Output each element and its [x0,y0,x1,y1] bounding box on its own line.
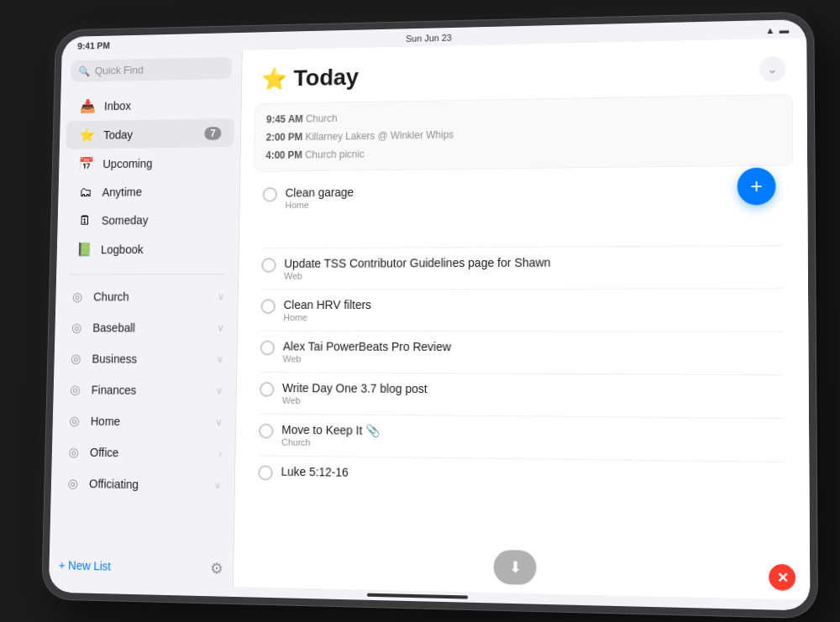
new-list-button[interactable]: + New List [59,558,112,572]
search-bar[interactable]: 🔍 Quick Find [71,56,232,81]
task-title: Alex Tai PowerBeats Pro Review [283,339,784,354]
table-row[interactable]: Move to Keep It 📎 Church [249,416,795,460]
table-row[interactable]: Alex Tai PowerBeats Pro Review Web [250,332,795,373]
dismiss-button[interactable]: ✕ [769,563,795,590]
sidebar-item-label: Upcoming [102,155,221,170]
event-time: 4:00 PM [265,149,302,160]
table-row[interactable]: Luke 5:12-16 [248,457,795,495]
task-checkbox-1[interactable] [263,186,278,201]
sidebar-item-label: Someday [102,212,220,227]
download-icon: ⬇ [508,557,521,577]
task-divider [260,330,784,332]
app-container: 🔍 Quick Find 📥 Inbox ⭐ Today 7 [49,38,810,600]
task-subtitle: Web [284,269,783,280]
battery-icon: ▬ [780,24,789,34]
chevron-right-icon: › [218,447,222,459]
section-label: Finances [92,383,208,397]
event-time: 9:45 AM [266,112,303,124]
task-checkbox-3[interactable] [260,299,276,314]
task-checkbox-4[interactable] [260,340,276,355]
chevron-down-icon: ∨ [217,321,224,333]
tablet-frame: 9:41 PM Sun Jun 23 ▲ ▬ 🔍 Quick Find 📥 [42,12,817,617]
sidebar-divider [69,273,225,274]
table-row[interactable]: Update TSS Contributor Guidelines page f… [251,248,794,287]
table-row[interactable]: Write Day One 3.7 blog post Web [249,374,795,416]
sidebar-section-finances[interactable]: ◎ Finances ∨ [53,374,236,406]
section-label: Home [91,414,207,428]
status-icons: ▲ ▬ [765,24,789,35]
title-star-icon: ⭐ [261,65,287,91]
task-checkbox-2[interactable] [261,258,276,273]
task-content: Alex Tai PowerBeats Pro Review Web [283,339,784,365]
task-content: Move to Keep It 📎 Church [281,422,785,452]
task-section: Clean garage Home + [235,169,810,500]
sidebar-item-label: Logbook [101,242,219,255]
bottom-toolbar: ⬇ [494,549,537,584]
title-text: Today [293,64,359,91]
someday-icon: 🗓 [76,213,94,227]
baseball-icon: ◎ [67,320,85,334]
section-label: Office [90,446,211,461]
task-content: Write Day One 3.7 blog post Web [282,381,784,410]
sidebar-section-officiating[interactable]: ◎ Officiating ∨ [51,467,235,501]
page-title: ⭐ Today [261,64,359,91]
logbook-icon: 📗 [76,241,93,256]
church-icon: ◎ [68,289,86,303]
sidebar-item-someday[interactable]: 🗓 Someday [64,205,233,233]
section-label: Business [92,352,208,365]
sidebar-item-logbook[interactable]: 📗 Logbook [63,234,233,264]
sidebar-item-inbox[interactable]: 📥 Inbox [66,89,234,120]
table-row[interactable]: Clean HRV filters Home [251,290,795,329]
sidebar-section-church[interactable]: ◎ Church ∨ [55,280,238,311]
today-badge: 7 [205,126,222,139]
new-list-label: + New List [59,558,112,572]
settings-icon[interactable]: ⚙ [210,559,223,578]
chevron-down-icon: ⌄ [767,62,778,76]
sidebar-section-business[interactable]: ◎ Business ∨ [54,342,237,374]
task-title: Clean HRV filters [283,297,783,311]
sidebar-item-anytime[interactable]: 🗂 Anytime [65,176,234,206]
task-title: Luke 5:12-16 [281,464,784,484]
sidebar-section-office[interactable]: ◎ Office › [51,436,234,469]
task-content: Clean garage Home [285,180,783,210]
task-content: Clean HRV filters Home [283,297,783,322]
calendar-section: 9:45 AM Church 2:00 PM Killarney Lakers … [254,94,794,172]
upcoming-icon: 📅 [77,155,95,170]
status-time: 9:41 PM [77,40,110,50]
sidebar-item-today[interactable]: ⭐ Today 7 [66,118,234,149]
sidebar-section-home[interactable]: ◎ Home ∨ [52,405,235,437]
task-checkbox-6[interactable] [259,423,274,438]
finances-icon: ◎ [66,382,83,397]
add-task-button[interactable]: + [738,167,776,205]
task-content: Luke 5:12-16 [281,464,784,484]
close-icon: ✕ [776,568,788,585]
task-checkbox-5[interactable] [260,381,275,396]
today-icon: ⭐ [78,127,96,142]
sidebar-section-baseball[interactable]: ◎ Baseball ∨ [55,311,237,342]
task-content: Update TSS Contributor Guidelines page f… [284,254,783,280]
table-row[interactable]: Clean garage Home [253,174,794,217]
sidebar-item-label: Anytime [102,184,220,198]
wifi-icon: ▲ [765,24,774,34]
office-icon: ◎ [65,444,82,459]
sidebar-nav: 📥 Inbox ⭐ Today 7 📅 Upcoming [56,85,241,267]
home-icon: ◎ [66,413,83,428]
task-checkbox-7[interactable] [258,465,273,480]
tablet-screen: 9:41 PM Sun Jun 23 ▲ ▬ 🔍 Quick Find 📥 [49,18,811,610]
status-date: Sun Jun 23 [406,32,452,43]
sidebar-item-label: Inbox [104,97,222,112]
task-with-add: Clean garage Home + [252,174,794,246]
inbox-icon: 📥 [79,98,97,113]
sidebar-item-upcoming[interactable]: 📅 Upcoming [65,147,234,177]
sidebar: 🔍 Quick Find 📥 Inbox ⭐ Today 7 [49,50,243,587]
chevron-down-icon: ∨ [218,290,225,302]
download-button[interactable]: ⬇ [494,549,537,584]
sidebar-sections: ◎ Church ∨ ◎ Baseball ∨ ◎ Business ∨ [50,280,238,551]
main-content: ⭐ Today ⌄ 9:45 AM Church 2:00 PM Killarn… [234,38,810,600]
home-bar [367,593,468,598]
collapse-button[interactable]: ⌄ [759,55,785,81]
anytime-icon: 🗂 [77,185,95,199]
section-label: Officiating [89,477,206,492]
section-label: Baseball [92,321,209,334]
task-subtitle: Home [283,311,783,321]
